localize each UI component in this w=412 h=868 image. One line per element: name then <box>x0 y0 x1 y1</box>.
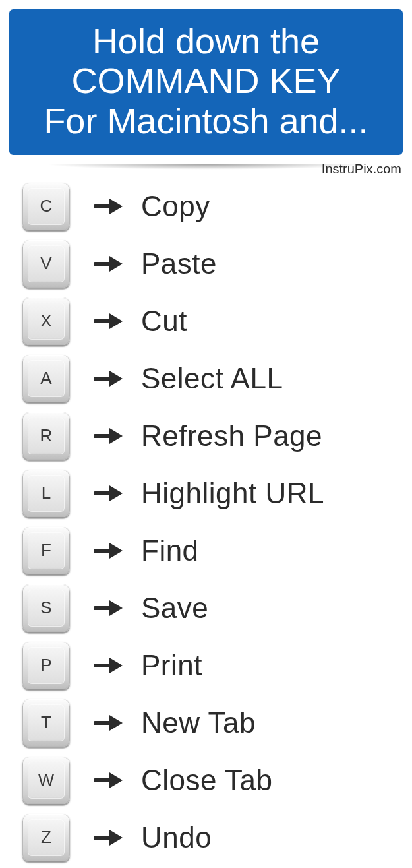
svg-marker-11 <box>109 485 123 501</box>
svg-marker-15 <box>109 600 123 616</box>
keyboard-key: A <box>22 355 70 402</box>
shortcut-list: C CopyV PasteX CutA Select ALLR Refresh … <box>0 177 412 868</box>
key-letter: V <box>40 253 51 274</box>
shortcut-row: W Close Tab <box>22 751 399 809</box>
svg-marker-19 <box>109 715 123 731</box>
keyboard-key: V <box>22 240 70 288</box>
keyboard-key: C <box>22 183 70 230</box>
arrow-right-icon <box>94 827 123 848</box>
keyboard-key: S <box>22 584 70 632</box>
action-label: Find <box>141 534 199 567</box>
header-line-1: Hold down the <box>16 21 396 61</box>
action-label: Save <box>141 592 208 625</box>
key-letter: T <box>41 712 51 733</box>
key-letter: A <box>40 368 51 388</box>
header-banner: Hold down the COMMAND KEY For Macintosh … <box>9 9 403 155</box>
arrow-right-icon <box>94 540 123 561</box>
arrow-right-icon <box>94 598 123 619</box>
arrow-right-icon <box>94 712 123 733</box>
action-label: Print <box>141 649 202 682</box>
key-letter: W <box>38 770 55 790</box>
arrow-right-icon <box>94 311 123 332</box>
shortcut-row: L Highlight URL <box>22 464 399 522</box>
action-label: New Tab <box>141 706 256 739</box>
shortcut-row: S Save <box>22 579 399 636</box>
action-label: Cut <box>141 305 187 338</box>
header-line-3: For Macintosh and... <box>16 101 396 140</box>
keyboard-key: X <box>22 297 70 345</box>
svg-marker-23 <box>109 830 123 846</box>
attribution-text: InstruPix.com <box>322 162 401 177</box>
action-label: Undo <box>141 821 212 854</box>
keyboard-key: Z <box>22 814 70 861</box>
arrow-right-icon <box>94 483 123 504</box>
svg-marker-9 <box>109 428 123 444</box>
action-label: Select ALL <box>141 362 283 395</box>
key-letter: L <box>42 483 51 503</box>
key-letter: X <box>40 311 51 331</box>
shortcut-row: R Refresh Page <box>22 407 399 464</box>
arrow-right-icon <box>94 253 123 274</box>
action-label: Highlight URL <box>141 477 324 510</box>
shortcut-row: F Find <box>22 522 399 579</box>
keyboard-key: W <box>22 757 70 804</box>
svg-marker-3 <box>109 256 123 272</box>
svg-marker-21 <box>109 772 123 788</box>
key-letter: Z <box>41 827 51 848</box>
arrow-right-icon <box>94 368 123 389</box>
svg-marker-13 <box>109 543 123 559</box>
keyboard-key: F <box>22 527 70 574</box>
header-line-2: COMMAND KEY <box>16 61 396 100</box>
shortcut-row: Z Undo <box>22 809 399 866</box>
arrow-right-icon <box>94 655 123 676</box>
svg-marker-17 <box>109 658 123 673</box>
action-label: Copy <box>141 190 210 223</box>
key-letter: R <box>40 425 53 446</box>
keyboard-key: T <box>22 699 70 747</box>
keyboard-key: L <box>22 470 70 517</box>
action-label: Paste <box>141 247 217 280</box>
action-label: Close Tab <box>141 764 272 797</box>
key-letter: S <box>40 598 51 618</box>
shortcut-row: P Print <box>22 636 399 694</box>
divider: InstruPix.com <box>0 159 412 177</box>
shortcut-row: A Select ALL <box>22 350 399 407</box>
key-letter: F <box>41 540 51 561</box>
shortcut-row: X Cut <box>22 292 399 350</box>
shortcut-row: T New Tab <box>22 694 399 751</box>
shortcut-row: C Copy <box>22 177 399 235</box>
key-letter: C <box>40 196 53 216</box>
arrow-right-icon <box>94 425 123 447</box>
arrow-right-icon <box>94 770 123 791</box>
svg-marker-5 <box>109 313 123 329</box>
key-letter: P <box>40 655 51 675</box>
svg-marker-1 <box>109 199 123 214</box>
action-label: Refresh Page <box>141 419 322 452</box>
keyboard-key: P <box>22 642 70 689</box>
keyboard-key: R <box>22 412 70 460</box>
svg-marker-7 <box>109 371 123 387</box>
shortcut-row: V Paste <box>22 235 399 292</box>
arrow-right-icon <box>94 196 123 217</box>
